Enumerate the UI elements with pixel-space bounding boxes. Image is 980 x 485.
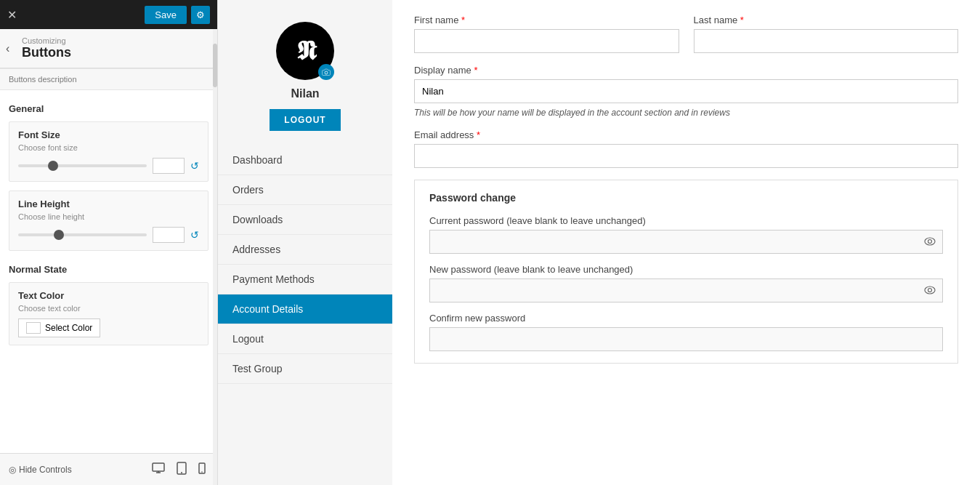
svg-point-4 <box>181 472 182 473</box>
display-name-group: Display name * <box>414 65 958 103</box>
password-change-title: Password change <box>429 192 943 204</box>
user-profile: 𝕹 Nilan LOGOUT <box>218 15 392 145</box>
nav-link-testgroup[interactable]: Test Group <box>218 354 392 384</box>
bottom-bar: ◎ Hide Controls <box>0 453 217 485</box>
new-password-wrap <box>429 278 943 302</box>
line-height-reset[interactable]: ↺ <box>190 229 199 241</box>
current-password-group: Current password (leave blank to leave u… <box>429 215 943 254</box>
logout-button[interactable]: LOGOUT <box>270 109 340 131</box>
font-size-value[interactable]: 14 <box>153 158 185 174</box>
nav-item-account: Account Details <box>218 294 392 324</box>
camera-icon[interactable] <box>318 64 334 80</box>
last-name-group: Last name * <box>694 15 959 53</box>
eye-icon-new[interactable] <box>924 285 936 297</box>
line-height-slider[interactable] <box>18 233 147 236</box>
mobile-icon[interactable] <box>195 460 208 479</box>
confirm-password-group: Confirm new password <box>429 313 943 351</box>
eye-icon-current[interactable] <box>924 236 936 248</box>
svg-point-8 <box>925 238 935 245</box>
nav-item-orders: Orders <box>218 175 392 205</box>
current-password-input[interactable] <box>429 230 943 254</box>
svg-point-11 <box>928 288 932 292</box>
select-color-button[interactable]: Select Color <box>18 318 100 337</box>
scroll-thumb[interactable] <box>213 44 217 87</box>
svg-rect-0 <box>153 463 164 471</box>
confirm-password-input[interactable] <box>429 327 943 351</box>
font-size-slider[interactable] <box>18 164 147 167</box>
section-label: Buttons description <box>0 68 217 90</box>
nav-item-payment: Payment Methods <box>218 265 392 294</box>
close-button[interactable]: ✕ <box>7 8 17 22</box>
account-sidebar: 𝕹 Nilan LOGOUT Dashboard Orders Dow <box>218 0 392 485</box>
font-size-sublabel: Choose font size <box>18 143 199 152</box>
account-main: First name * Last name * Display name * … <box>392 0 980 485</box>
customizing-title: Buttons <box>22 45 208 60</box>
line-height-control: Line Height Choose line height 1.25 ↺ <box>9 191 208 251</box>
font-size-reset[interactable]: ↺ <box>190 160 199 172</box>
nav-link-dashboard[interactable]: Dashboard <box>218 145 392 175</box>
panel-body: General Font Size Choose font size 14 ↺ … <box>0 90 217 453</box>
nav-link-logout[interactable]: Logout <box>218 324 392 354</box>
first-name-group: First name * <box>414 15 679 53</box>
nav-link-orders[interactable]: Orders <box>218 175 392 205</box>
save-button[interactable]: Save <box>145 6 187 24</box>
required-star-display: * <box>474 65 477 76</box>
hide-controls-label: Hide Controls <box>19 465 72 475</box>
required-star-last: * <box>740 15 744 25</box>
svg-point-6 <box>201 471 203 473</box>
svg-point-9 <box>928 239 932 243</box>
new-password-input[interactable] <box>429 278 943 302</box>
current-password-label: Current password (leave blank to leave u… <box>429 215 943 226</box>
display-name-label: Display name * <box>414 65 958 76</box>
line-height-label: Line Height <box>18 199 199 209</box>
desktop-icon[interactable] <box>149 460 168 479</box>
required-star-first: * <box>461 15 465 25</box>
nav-item-dashboard: Dashboard <box>218 145 392 175</box>
right-panel: 𝕹 Nilan LOGOUT Dashboard Orders Dow <box>218 0 980 485</box>
nav-item-testgroup: Test Group <box>218 354 392 384</box>
nav-item-addresses: Addresses <box>218 235 392 265</box>
nav-menu: Dashboard Orders Downloads Addresses Pay… <box>218 145 392 384</box>
email-label: Email address * <box>414 129 958 140</box>
email-input[interactable] <box>414 144 958 168</box>
current-password-wrap <box>429 230 943 254</box>
last-name-input[interactable] <box>694 29 959 53</box>
gear-button[interactable]: ⚙ <box>191 6 210 24</box>
avatar-letter: 𝕹 <box>296 36 315 66</box>
nav-item-downloads: Downloads <box>218 205 392 235</box>
customizing-header: ‹ Customizing Buttons <box>0 29 217 68</box>
name-row: First name * Last name * <box>414 15 958 53</box>
customizing-label: Customizing <box>22 36 208 45</box>
nav-item-logout: Logout <box>218 324 392 354</box>
new-password-group: New password (leave blank to leave uncha… <box>429 264 943 302</box>
back-button[interactable]: ‹ <box>6 42 9 55</box>
first-name-label: First name * <box>414 15 679 25</box>
hide-controls-toggle[interactable]: ◎ Hide Controls <box>9 465 72 475</box>
nav-link-addresses[interactable]: Addresses <box>218 235 392 265</box>
display-name-note: This will be how your name will be displ… <box>414 108 958 118</box>
normal-state-label: Normal State <box>9 260 208 282</box>
new-password-label: New password (leave blank to leave uncha… <box>429 264 943 275</box>
device-icons <box>149 460 208 479</box>
confirm-password-label: Confirm new password <box>429 313 943 324</box>
nav-link-downloads[interactable]: Downloads <box>218 205 392 235</box>
text-color-control: Text Color Choose text color Select Colo… <box>9 282 208 345</box>
first-name-input[interactable] <box>414 29 679 53</box>
password-change-box: Password change Current password (leave … <box>414 180 958 364</box>
svg-point-10 <box>925 286 935 294</box>
top-bar: ✕ Save ⚙ <box>0 0 217 29</box>
nav-link-payment[interactable]: Payment Methods <box>218 265 392 294</box>
nav-link-account[interactable]: Account Details <box>218 294 392 324</box>
tablet-icon[interactable] <box>174 460 190 479</box>
confirm-password-wrap <box>429 327 943 351</box>
line-height-slider-row: 1.25 ↺ <box>18 227 199 243</box>
font-size-control: Font Size Choose font size 14 ↺ <box>9 121 208 182</box>
line-height-value[interactable]: 1.25 <box>153 227 185 243</box>
top-bar-right: Save ⚙ <box>145 6 210 24</box>
general-label: General <box>9 99 208 121</box>
avatar-wrap: 𝕹 <box>276 22 334 80</box>
svg-point-7 <box>325 71 328 74</box>
user-name: Nilan <box>291 87 319 100</box>
display-name-input[interactable] <box>414 79 958 103</box>
text-color-sublabel: Choose text color <box>18 304 199 313</box>
